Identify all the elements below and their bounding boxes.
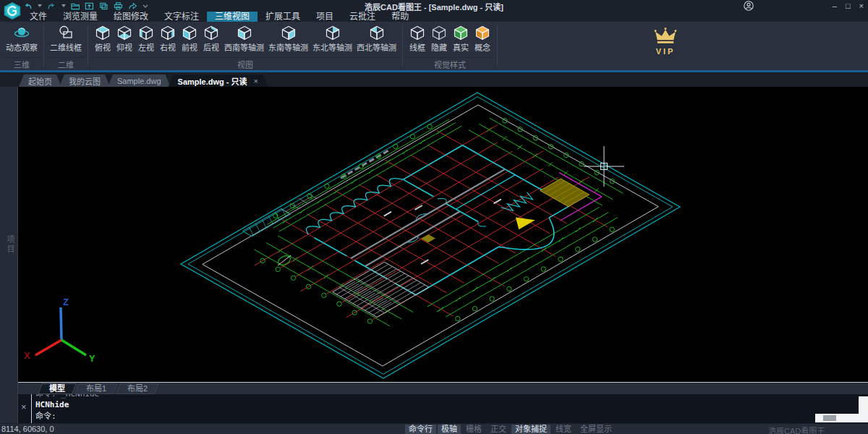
open-file-icon[interactable] xyxy=(71,1,80,10)
orbit-icon xyxy=(13,24,30,41)
tool-仰视[interactable]: 仰视 xyxy=(114,23,135,54)
status-toggle-正交[interactable]: 正交 xyxy=(487,425,510,434)
menu-item-项目[interactable]: 项目 xyxy=(308,12,341,22)
tool-俯视[interactable]: 俯视 xyxy=(92,23,114,54)
cube-se-icon xyxy=(280,24,297,41)
menu-item-三维视图[interactable]: 三维视图 xyxy=(207,12,258,22)
menu-item-文件[interactable]: 文件 xyxy=(22,12,55,22)
redo-icon[interactable] xyxy=(47,1,56,10)
document-tab-bar: 起始页我的云图Sample.dwgSample.dwg - 只读× xyxy=(0,72,868,87)
cube-hidden-icon xyxy=(430,24,448,41)
tool-label: 东北等轴测 xyxy=(312,41,352,53)
close-button[interactable]: × xyxy=(859,0,864,12)
scrollbar-thumb[interactable] xyxy=(823,415,836,421)
toolbar-collapse-caret[interactable] xyxy=(142,1,148,10)
cursor-coordinates: 8114, 60630, 0 xyxy=(1,425,54,433)
tool-label: 前视 xyxy=(182,41,197,53)
tool-线框[interactable]: 线框 xyxy=(407,23,428,54)
ribbon-toolbar: 动态观察三维二维线框二维俯视仰视左视右视前视后视西南等轴测东南等轴测东北等轴测西… xyxy=(0,22,868,72)
tool-东北等轴测[interactable]: 东北等轴测 xyxy=(310,23,354,54)
tool-西北等轴测[interactable]: 西北等轴测 xyxy=(354,23,399,54)
doc-tab-Sample.dwg - 只读[interactable]: Sample.dwg - 只读× xyxy=(169,75,268,87)
command-history-line: 命令: _HCNhide xyxy=(35,394,858,399)
tool-label: 后视 xyxy=(203,41,219,53)
status-toggle-线宽[interactable]: 线宽 xyxy=(552,425,575,434)
minimize-button[interactable]: – xyxy=(833,0,837,12)
status-toggle-对象捕捉[interactable]: 对象捕捉 xyxy=(511,425,550,434)
tool-二维线框[interactable]: 二维线框 xyxy=(48,23,84,54)
wireframe-2d-icon xyxy=(57,24,75,41)
tool-前视[interactable]: 前视 xyxy=(179,23,200,54)
cube-right-icon xyxy=(159,24,176,41)
tool-概念[interactable]: 概念 xyxy=(472,23,493,54)
axis-z-label: Z xyxy=(63,297,69,307)
cube-conceptual-icon xyxy=(474,24,491,41)
menu-item-文字标注[interactable]: 文字标注 xyxy=(156,12,207,22)
menu-item-绘图修改[interactable]: 绘图修改 xyxy=(106,12,156,22)
account-icon[interactable] xyxy=(744,1,754,14)
print-icon[interactable] xyxy=(114,1,123,10)
dropdown-caret[interactable] xyxy=(61,1,66,10)
layout-tab-布局2[interactable]: 布局2 xyxy=(116,383,159,394)
command-last-command: HCNhide xyxy=(35,399,858,411)
cube-front-icon xyxy=(181,24,198,41)
drawing-canvas[interactable]: ZXY xyxy=(18,87,868,382)
tool-左视[interactable]: 左视 xyxy=(135,23,157,54)
group-label: 视图 xyxy=(92,57,399,70)
command-window[interactable]: 命令: _HCNhide HCNhide 命令: xyxy=(31,394,858,423)
import-file-icon[interactable] xyxy=(85,1,94,10)
menu-item-帮助[interactable]: 帮助 xyxy=(383,12,417,22)
command-horizontal-scrollbar[interactable] xyxy=(815,414,868,422)
status-toggle-全屏显示[interactable]: 全屏显示 xyxy=(576,425,616,434)
status-toggle-命令行[interactable]: 命令行 xyxy=(405,425,436,434)
status-toggle-极轴[interactable]: 极轴 xyxy=(438,425,461,434)
tool-label: 概念 xyxy=(475,41,490,53)
tool-动态观察[interactable]: 动态观察 xyxy=(4,23,40,54)
menu-item-浏览测量[interactable]: 浏览测量 xyxy=(55,12,106,22)
tool-label: 隐藏 xyxy=(431,41,447,53)
tool-西南等轴测[interactable]: 西南等轴测 xyxy=(222,23,266,54)
doc-tab-起始页[interactable]: 起始页 xyxy=(19,75,61,87)
layout-tab-布局1[interactable]: 布局1 xyxy=(75,383,118,394)
cube-nw-icon xyxy=(368,24,386,41)
group-label: 视觉样式 xyxy=(407,57,493,70)
tool-后视[interactable]: 后视 xyxy=(200,23,222,54)
layout-tab-模型[interactable]: 模型 xyxy=(38,383,76,394)
dropdown-caret[interactable] xyxy=(38,1,42,10)
tool-东南等轴测[interactable]: 东南等轴测 xyxy=(266,23,310,54)
cube-back-icon xyxy=(203,24,220,41)
tool-真实[interactable]: 真实 xyxy=(450,23,472,54)
cad-drawing: ZXY xyxy=(18,87,868,382)
doc-tab-我的云图[interactable]: 我的云图 xyxy=(59,75,110,87)
title-bar: 浩辰CAD看图王 - [Sample.dwg - 只读] – □ × xyxy=(0,0,868,12)
tool-右视[interactable]: 右视 xyxy=(157,23,179,54)
tool-label: 右视 xyxy=(160,41,176,53)
project-side-panel[interactable]: 项目 xyxy=(0,87,18,423)
tool-label: 真实 xyxy=(453,41,469,53)
undo-icon[interactable] xyxy=(23,1,33,10)
share-icon[interactable] xyxy=(128,1,137,10)
cube-top-icon xyxy=(94,24,111,41)
cube-sw-icon xyxy=(236,24,253,41)
copy-icon[interactable] xyxy=(99,1,109,10)
status-toggle-栅格[interactable]: 栅格 xyxy=(462,425,485,434)
tool-label: 动态观察 xyxy=(6,41,38,53)
command-vertical-scrollbar[interactable] xyxy=(859,396,868,414)
status-toggles: 命令行极轴栅格正交对象捕捉线宽全屏显示 xyxy=(405,424,616,434)
tool-label: 东南等轴测 xyxy=(268,41,308,53)
dimension-lines xyxy=(254,118,623,326)
command-close-icon[interactable]: × xyxy=(21,402,27,412)
doc-tab-Sample.dwg[interactable]: Sample.dwg xyxy=(108,75,171,87)
ribbon-group-三维: 动态观察三维 xyxy=(0,22,43,70)
menu-item-云批注[interactable]: 云批注 xyxy=(341,12,383,22)
vip-button[interactable]: VIP xyxy=(649,27,682,56)
quick-access-toolbar xyxy=(23,1,148,11)
menu-item-扩展工具[interactable]: 扩展工具 xyxy=(258,12,308,22)
tab-close-icon[interactable]: × xyxy=(254,77,258,85)
cube-wireframe-icon xyxy=(409,24,426,41)
maximize-button[interactable]: □ xyxy=(846,0,851,12)
ribbon-group-视觉样式: 线框隐藏真实概念视觉样式 xyxy=(403,22,497,70)
tool-隐藏[interactable]: 隐藏 xyxy=(428,23,450,54)
menu-bar: 文件浏览测量绘图修改文字标注三维视图扩展工具项目云批注帮助 xyxy=(0,12,868,22)
command-prompt[interactable]: 命令: xyxy=(35,411,858,422)
